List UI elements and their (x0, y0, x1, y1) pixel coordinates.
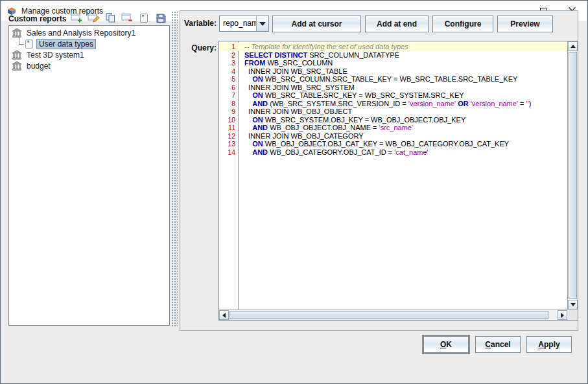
code-text: AND WB_OBJ_CATEGORY.OBJ_CAT_ID = 'cat_na… (244, 148, 429, 157)
variable-label: Variable: (184, 19, 217, 28)
tree-item-label: User data types (36, 39, 96, 49)
tree-connector (16, 39, 24, 49)
dialog-manage-custom-reports: Manage custom reports Custom reports * S (0, 0, 588, 384)
add-report-button[interactable] (70, 13, 83, 25)
triangle-left-icon (222, 313, 226, 318)
line-number: 8 (219, 100, 238, 108)
code-line-13[interactable]: 13 ON WB_OBJ_OBJECT.OBJ_CAT_KEY = WB_OBJ… (219, 140, 567, 148)
tree-item[interactable]: Sales and Analysis Repository1 (10, 27, 169, 38)
code-text: ON WB_SRC_SYSTEM.OBJ_KEY = WB_OBJ_OBJECT… (244, 116, 465, 124)
vertical-scrollbar[interactable] (567, 41, 578, 310)
code-line-4[interactable]: 4 INNER JOIN WB_SRC_TABLE (219, 67, 567, 76)
custom-reports-header: Custom reports * (8, 12, 171, 25)
form-add-icon (71, 12, 83, 25)
code-line-1[interactable]: 1-- Template for identifying the set of … (219, 43, 567, 51)
code-line-12[interactable]: 12 INNER JOIN WB_OBJ_CATEGORY (219, 132, 567, 141)
reports-toolbar: * (66, 13, 167, 25)
line-number: 2 (219, 51, 238, 60)
code-line-2[interactable]: 2SELECT DISTINCT SRC_COLUMN_DATATYPE (219, 51, 567, 60)
query-code-area[interactable]: 1-- Template for identifying the set of … (219, 41, 567, 310)
variable-actions: Add at cursorAdd at endConfigurePreview (272, 16, 553, 32)
code-line-10[interactable]: 10 ON WB_SRC_SYSTEM.OBJ_KEY = WB_OBJ_OBJ… (219, 116, 567, 124)
tree-item-label: budget (24, 61, 53, 71)
code-text: SELECT DISTINCT SRC_COLUMN_DATATYPE (244, 51, 399, 60)
edit-report-button[interactable] (87, 13, 100, 25)
copy-report-button[interactable] (104, 13, 117, 25)
code-line-5[interactable]: 5 ON WB_SRC_COLUMN.SRC_TABLE_KEY = WB_SR… (219, 75, 567, 84)
new-report-button[interactable]: * (137, 13, 150, 25)
line-number: 1 (219, 43, 238, 51)
save-icon (156, 13, 166, 25)
custom-reports-label: Custom reports (8, 14, 66, 23)
ok-button[interactable]: OK (423, 336, 469, 353)
repository-icon (12, 50, 22, 60)
code-line-3[interactable]: 3FROM WB_SRC_COLUMN (219, 59, 567, 67)
triangle-down-icon (570, 303, 576, 306)
code-text: INNER JOIN WB_SRC_TABLE (244, 67, 347, 76)
add-at-cursor-button[interactable]: Add at cursor (272, 16, 361, 32)
splitpane-divider[interactable] (171, 11, 178, 327)
line-number: 5 (219, 75, 238, 84)
code-line-6[interactable]: 6 INNER JOIN WB_SRC_SYSTEM (219, 84, 567, 92)
code-text: -- Template for identifying the set of u… (244, 43, 408, 51)
line-number: 14 (219, 148, 238, 157)
variable-combobox[interactable]: repo_name (219, 16, 269, 32)
code-line-14[interactable]: 14 AND WB_OBJ_CATEGORY.OBJ_CAT_ID = 'cat… (219, 148, 567, 157)
tree-item[interactable]: Test 3D system1 (10, 49, 169, 60)
repository-icon (12, 28, 22, 38)
copy-icon (105, 12, 116, 25)
vertical-scrollbar-thumb[interactable] (569, 52, 577, 299)
horizontal-scrollbar-thumb[interactable] (229, 311, 548, 319)
remove-report-button[interactable] (121, 13, 134, 25)
line-number: 6 (219, 84, 238, 92)
tree-item[interactable]: budget (10, 60, 169, 71)
report-icon: * (24, 39, 34, 49)
chevron-down-icon (259, 22, 266, 26)
line-number: 11 (219, 124, 238, 132)
line-number: 7 (219, 91, 238, 100)
tree-item[interactable]: *User data types (10, 38, 169, 49)
add-at-end-button[interactable]: Add at end (365, 16, 429, 32)
scroll-down-button[interactable] (568, 300, 578, 310)
svg-text:*: * (142, 13, 145, 20)
code-line-9[interactable]: 9 INNER JOIN WB_OBJ_OBJECT (219, 107, 567, 116)
variable-value: repo_name (220, 16, 256, 31)
code-line-7[interactable]: 7 ON WB_SRC_TABLE.SRC_KEY = WB_SRC_SYSTE… (219, 91, 567, 100)
scroll-right-button[interactable] (558, 310, 567, 320)
code-text: INNER JOIN WB_OBJ_CATEGORY (244, 132, 364, 141)
scroll-left-button[interactable] (219, 310, 229, 320)
custom-reports-tree[interactable]: Sales and Analysis Repository1*User data… (8, 25, 170, 326)
line-number: 9 (219, 107, 238, 116)
configure-button[interactable]: Configure (432, 16, 493, 32)
code-line-8[interactable]: 8 AND (WB_SRC_SYSTEM.SRC_VERSION_ID = 'v… (219, 100, 567, 108)
code-text: INNER JOIN WB_SRC_SYSTEM (244, 84, 355, 92)
code-text: ON WB_SRC_COLUMN.SRC_TABLE_KEY = WB_SRC_… (244, 75, 517, 84)
preview-button[interactable]: Preview (497, 16, 553, 32)
code-text: INNER JOIN WB_OBJ_OBJECT (244, 107, 352, 116)
apply-button[interactable]: Apply (526, 336, 572, 353)
code-text: AND WB_OBJ_OBJECT.OBJ_NAME = 'src_name' (244, 124, 413, 132)
scroll-up-button[interactable] (568, 41, 578, 51)
line-number: 4 (219, 67, 238, 76)
line-number: 13 (219, 140, 238, 148)
cancel-button[interactable]: Cancel (475, 336, 521, 353)
code-text: FROM WB_SRC_COLUMN (244, 59, 333, 67)
combo-dropdown-button[interactable] (256, 16, 268, 31)
code-text: ON WB_OBJ_OBJECT.OBJ_CAT_KEY = WB_OBJ_CA… (244, 140, 509, 148)
save-button[interactable] (154, 13, 167, 25)
line-number: 10 (219, 116, 238, 124)
report-detail-panel: Variable: repo_name Add at cursorAdd at … (180, 10, 578, 331)
tree-item-label: Sales and Analysis Repository1 (24, 28, 138, 38)
form-edit-icon (88, 12, 100, 25)
form-remove-icon (121, 12, 134, 25)
report-icon: * (139, 13, 149, 25)
line-number: 3 (219, 59, 238, 67)
triangle-up-icon (570, 45, 576, 48)
svg-text:*: * (27, 39, 30, 46)
horizontal-scrollbar[interactable] (219, 310, 567, 320)
code-text: AND (WB_SRC_SYSTEM.SRC_VERSION_ID = 'ver… (244, 100, 531, 108)
code-text: ON WB_SRC_TABLE.SRC_KEY = WB_SRC_SYSTEM.… (244, 91, 464, 100)
code-lines: 1-- Template for identifying the set of … (219, 43, 567, 156)
query-label: Query: (184, 43, 217, 52)
code-line-11[interactable]: 11 AND WB_OBJ_OBJECT.OBJ_NAME = 'src_nam… (219, 124, 567, 132)
